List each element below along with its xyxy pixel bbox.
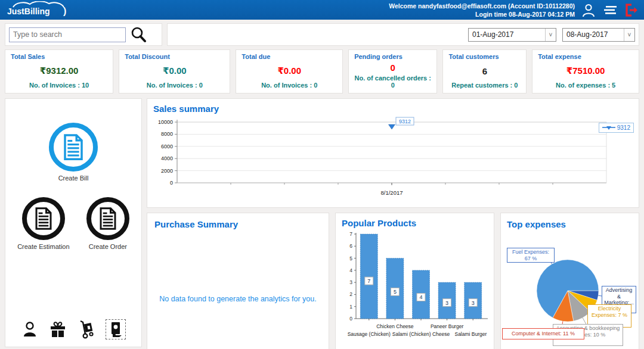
stat-card-pending-orders: Pending orders 0 No. of cancelled orders… [348,49,437,94]
svg-text:Paneer Burger: Paneer Burger [431,323,463,329]
pie-label-computer-internet: Computer & Internet: 11 % [502,328,584,339]
create-order-button[interactable] [86,197,129,240]
purchase-empty-message: No data found to generate the analytics … [154,295,321,303]
welcome-text: Welcome nandyfastfood@effiasoft.com (Acc… [389,2,575,10]
chevron-down-icon: ˅ [545,29,556,41]
customer-icon[interactable] [21,320,39,338]
pie-label-fuel-expenses: Fuel Expenses: 67 % [507,248,555,263]
svg-text:3: 3 [445,300,448,306]
search-card [5,23,162,46]
stat-footer: No. of Invoices : 0 [242,82,337,89]
stat-title: Total Discount [125,53,224,60]
create-estimation-button[interactable] [22,197,65,240]
svg-text:9312: 9312 [399,119,411,124]
svg-text:Chicken Cheese: Chicken Cheese [376,323,414,329]
sales-line-chart: 02000400060008000100008/1/20179312 [153,116,633,203]
gift-icon[interactable] [48,320,67,338]
purchase-summary-panel: Purchase Summary No data found to genera… [147,213,329,349]
create-order-label: Create Order [86,243,129,250]
svg-text:8000: 8000 [161,131,173,137]
profile-icon[interactable] [581,2,596,18]
document-icon [97,207,119,230]
stat-title: Total Sales [11,53,107,60]
sales-summary-title: Sales summary [153,104,633,114]
svg-text:4: 4 [419,294,422,300]
popular-products-panel: Popular Products 012345677Sausage (Chick… [335,213,494,349]
stats-row: Total Sales ₹9312.00 No. of Invoices : 1… [0,46,644,94]
chevron-down-icon: ˅ [624,29,634,41]
svg-text:3: 3 [349,279,352,285]
svg-text:1: 1 [349,304,352,310]
stat-footer: No. of Invoices : 0 [125,82,224,89]
stat-footer: No. of expenses : 5 [538,82,633,89]
svg-text:Sausage (Chicken): Sausage (Chicken) [348,331,391,337]
svg-text:2000: 2000 [161,168,173,174]
svg-text:8/1/2017: 8/1/2017 [381,189,403,196]
justbilling-logo: JustBilling ) [5,1,76,19]
stat-footer: No. of Invoices : 10 [11,82,107,89]
legend-label: 9312 [617,124,630,131]
sales-summary-panel: Sales summary 02000400060008000100008/1/… [147,98,639,208]
logo-text: JustBilling [7,7,50,16]
create-bill-button[interactable] [49,123,98,172]
svg-text:2: 2 [349,291,352,297]
svg-text:5: 5 [394,289,397,295]
login-time-text: Login time 08-Aug-2017 04:12 PM [389,10,575,18]
toolbar: 01-Aug-2017 ˅ 08-Aug-2017 ˅ [0,20,644,46]
date-from-select[interactable]: 01-Aug-2017 ˅ [468,28,556,42]
svg-text:5: 5 [349,255,352,261]
document-icon [61,133,86,161]
stat-value: ₹0.00 [125,66,224,76]
date-to-select[interactable]: 08-Aug-2017 ˅ [562,28,635,42]
stat-card-total-sales: Total Sales ₹9312.00 No. of Invoices : 1… [5,49,113,94]
stat-value: ₹9312.00 [11,66,107,76]
quick-actions-panel: Create Bill Create Estimation [5,98,142,347]
stat-card-total-due: Total due ₹0.00 No. of Invoices : 0 [236,49,343,94]
svg-text:7: 7 [349,231,352,237]
svg-text:Salami (Chicken) Cheese: Salami (Chicken) Cheese [392,331,450,337]
svg-text:0: 0 [349,316,352,322]
top-expenses-panel: Top expenses Fuel Expenses: 67 % Adverti… [500,213,639,349]
create-bill-label: Create Bill [5,174,141,182]
filter-card: 01-Aug-2017 ˅ 08-Aug-2017 ˅ [167,23,639,46]
payment-card-icon[interactable] [106,319,126,339]
date-to-value: 08-Aug-2017 [563,30,624,39]
legend-marker-icon [602,125,615,131]
search-icon[interactable] [129,26,147,43]
stat-card-total-customers: Total customers 6 Repeat customers : 0 [442,49,527,94]
top-expenses-title: Top expenses [507,219,633,229]
main-area: Create Bill Create Estimation [0,94,644,347]
menu-icon[interactable] [602,4,618,17]
svg-text:Salami Burger: Salami Burger [454,331,487,337]
stat-card-total-discount: Total Discount ₹0.00 No. of Invoices : 0 [119,49,230,94]
svg-text:10000: 10000 [158,119,173,125]
stat-footer: Repeat customers : 0 [448,82,521,89]
stat-value: ₹0.00 [242,66,337,76]
logout-icon[interactable] [624,2,639,18]
svg-text:7: 7 [367,278,370,284]
svg-text:0: 0 [170,180,173,186]
popular-products-bar-chart: 012345677Sausage (Chicken)5Chicken Chees… [342,229,488,348]
svg-text:3: 3 [472,300,475,306]
create-estimation-label: Create Estimation [17,243,69,250]
app-header: JustBilling ) Welcome nandyfastfood@effi… [0,0,644,20]
document-icon [33,207,54,230]
stat-title: Total customers [448,53,521,60]
popular-products-title: Popular Products [342,218,488,228]
stat-title: Total due [242,53,337,60]
stat-value: 6 [448,66,521,76]
svg-text:4000: 4000 [161,155,173,161]
stat-value: ₹7510.00 [538,66,633,76]
cloud-logo-icon: JustBilling ) [5,1,76,19]
sales-chart-legend[interactable]: 9312 [599,123,634,133]
purchase-summary-title: Purchase Summary [154,219,321,229]
svg-text:6000: 6000 [161,144,173,149]
stat-title: Total expense [538,53,633,60]
stat-title: Pending orders [354,53,431,60]
search-input[interactable] [9,27,126,42]
stat-value: 0 [354,63,431,73]
handtruck-icon[interactable] [77,320,96,339]
svg-text:4: 4 [349,267,352,273]
stat-footer: No. of cancelled orders : 0 [354,74,431,89]
svg-text:6: 6 [349,243,352,249]
